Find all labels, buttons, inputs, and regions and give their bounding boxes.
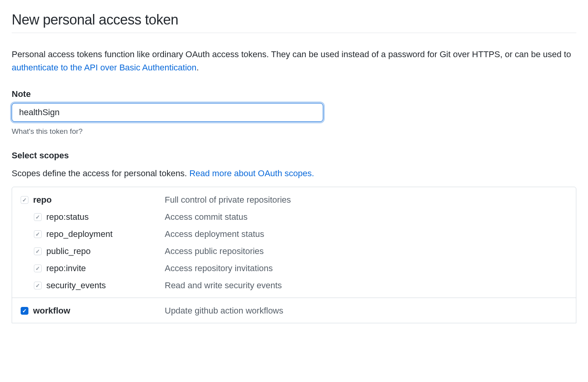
description-text: Personal access tokens function like ord…	[12, 49, 571, 59]
scope-name-repo[interactable]: repo	[33, 195, 165, 205]
scope-desc-repo: Full control of private repositories	[165, 195, 291, 205]
checkbox-repo[interactable]	[21, 196, 28, 204]
scope-desc-repo-deployment: Access deployment status	[165, 229, 264, 239]
scope-group-workflow: workflow Update github action workflows	[12, 298, 576, 323]
scope-row-repo-invite: repo:invite Access repository invitation…	[21, 263, 567, 273]
checkbox-repo-deployment[interactable]	[34, 230, 42, 238]
scope-name-workflow[interactable]: workflow	[33, 306, 165, 316]
scope-desc-public-repo: Access public repositories	[165, 246, 264, 256]
oauth-scopes-link[interactable]: Read more about OAuth scopes.	[189, 168, 314, 178]
checkbox-security-events[interactable]	[34, 282, 42, 289]
scope-desc-workflow: Update github action workflows	[165, 306, 283, 316]
scopes-box: repo Full control of private repositorie…	[12, 187, 576, 323]
note-input[interactable]	[12, 103, 323, 122]
scope-name-repo-status[interactable]: repo:status	[46, 212, 165, 222]
scope-row-repo-status: repo:status Access commit status	[21, 212, 567, 222]
scope-name-public-repo[interactable]: public_repo	[46, 246, 165, 256]
scope-row-security-events: security_events Read and write security …	[21, 280, 567, 291]
description-suffix: .	[197, 63, 199, 72]
scope-row-public-repo: public_repo Access public repositories	[21, 246, 567, 256]
scope-group-repo: repo Full control of private repositorie…	[12, 187, 576, 298]
scope-name-repo-invite[interactable]: repo:invite	[46, 263, 165, 273]
scope-desc-repo-invite: Access repository invitations	[165, 263, 273, 273]
scope-desc-security-events: Read and write security events	[165, 280, 282, 291]
scope-name-repo-deployment[interactable]: repo_deployment	[46, 229, 165, 239]
scope-row-repo: repo Full control of private repositorie…	[21, 195, 567, 205]
scope-name-security-events[interactable]: security_events	[46, 280, 165, 291]
note-label: Note	[12, 89, 576, 99]
scope-desc-repo-status: Access commit status	[165, 212, 248, 222]
select-scopes-heading: Select scopes	[12, 151, 576, 161]
page-description: Personal access tokens function like ord…	[12, 48, 576, 74]
checkbox-repo-invite[interactable]	[34, 265, 42, 272]
scope-row-repo-deployment: repo_deployment Access deployment status	[21, 229, 567, 239]
note-hint: What's this token for?	[12, 127, 576, 136]
scopes-intro: Scopes define the access for personal to…	[12, 167, 576, 180]
note-field-group: Note What's this token for?	[12, 89, 576, 136]
scope-row-workflow: workflow Update github action workflows	[21, 306, 567, 316]
page-title: New personal access token	[12, 12, 576, 33]
checkbox-repo-status[interactable]	[34, 213, 42, 221]
auth-api-link[interactable]: authenticate to the API over Basic Authe…	[12, 63, 197, 72]
scopes-intro-text: Scopes define the access for personal to…	[12, 168, 189, 178]
checkbox-workflow[interactable]	[21, 307, 28, 315]
checkbox-public-repo[interactable]	[34, 247, 42, 255]
